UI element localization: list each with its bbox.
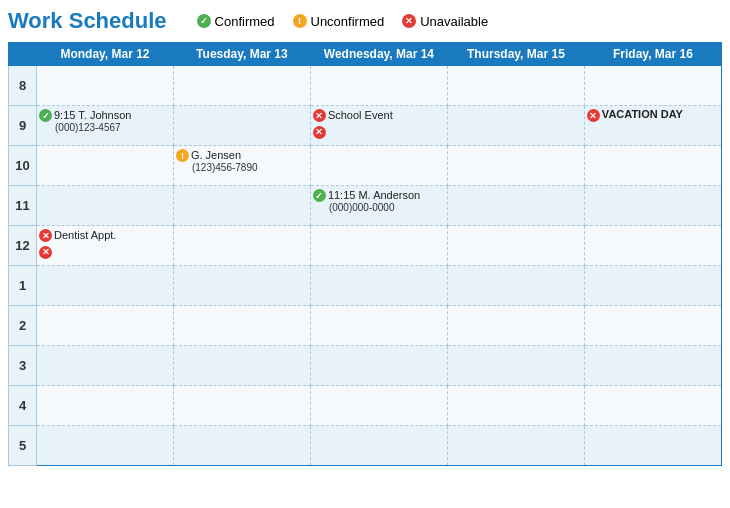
time-cell-12: 12 — [9, 226, 37, 266]
unconfirmed-icon-small: ! — [176, 149, 189, 162]
cell-5-thu[interactable] — [447, 426, 584, 466]
cell-10-wed[interactable] — [310, 146, 447, 186]
table-row: 10 ! G. Jensen (123)456-7890 — [9, 146, 722, 186]
event-11-wed-phone: (000)000-0000 — [313, 202, 445, 213]
event-10-tue-text: G. Jensen — [191, 148, 241, 162]
cell-1-mon[interactable] — [37, 266, 174, 306]
event-9-mon[interactable]: ✓ 9:15 T. Johnson — [39, 108, 171, 122]
cell-8-fri[interactable] — [584, 66, 721, 106]
col-header-wed: Wednesday, Mar 14 — [310, 43, 447, 66]
legend-confirmed-label: Confirmed — [215, 14, 275, 29]
time-cell-9: 9 — [9, 106, 37, 146]
cell-3-thu[interactable] — [447, 346, 584, 386]
cell-1-wed[interactable] — [310, 266, 447, 306]
cell-3-mon[interactable] — [37, 346, 174, 386]
schedule-table: Monday, Mar 12 Tuesday, Mar 13 Wednesday… — [8, 42, 722, 466]
cell-4-wed[interactable] — [310, 386, 447, 426]
cell-5-mon[interactable] — [37, 426, 174, 466]
event-11-wed[interactable]: ✓ 11:15 M. Anderson — [313, 188, 445, 202]
legend-unavailable: ✕ Unavailable — [402, 14, 488, 29]
cell-2-fri[interactable] — [584, 306, 721, 346]
unavailable-icon-small2: ✕ — [313, 126, 326, 139]
event-9-mon-text: 9:15 T. Johnson — [54, 108, 131, 122]
col-header-fri: Friday, Mar 16 — [584, 43, 721, 66]
cell-9-fri[interactable]: ✕ VACATION DAY — [584, 106, 721, 146]
cell-11-tue[interactable] — [173, 186, 310, 226]
table-row: 2 — [9, 306, 722, 346]
cell-8-tue[interactable] — [173, 66, 310, 106]
cell-8-wed[interactable] — [310, 66, 447, 106]
cell-10-thu[interactable] — [447, 146, 584, 186]
legend: ✓ Confirmed ! Unconfirmed ✕ Unavailable — [197, 14, 489, 29]
cell-4-fri[interactable] — [584, 386, 721, 426]
cell-11-fri[interactable] — [584, 186, 721, 226]
event-11-wed-text: 11:15 M. Anderson — [328, 188, 420, 202]
cell-11-wed[interactable]: ✓ 11:15 M. Anderson (000)000-0000 — [310, 186, 447, 226]
confirmed-icon-small2: ✓ — [313, 189, 326, 202]
confirmed-icon-small: ✓ — [39, 109, 52, 122]
unavailable-icon-small: ✕ — [313, 109, 326, 122]
cell-2-thu[interactable] — [447, 306, 584, 346]
event-12-mon[interactable]: ✕ Dentist Appt. — [39, 228, 171, 242]
col-header-thu: Thursday, Mar 15 — [447, 43, 584, 66]
cell-2-tue[interactable] — [173, 306, 310, 346]
cell-4-mon[interactable] — [37, 386, 174, 426]
table-row: 5 — [9, 426, 722, 466]
cell-10-tue[interactable]: ! G. Jensen (123)456-7890 — [173, 146, 310, 186]
event-10-tue[interactable]: ! G. Jensen — [176, 148, 308, 162]
legend-unconfirmed: ! Unconfirmed — [293, 14, 385, 29]
cell-10-fri[interactable] — [584, 146, 721, 186]
time-cell-4: 4 — [9, 386, 37, 426]
cell-11-mon[interactable] — [37, 186, 174, 226]
cell-5-tue[interactable] — [173, 426, 310, 466]
cell-8-thu[interactable] — [447, 66, 584, 106]
cell-1-tue[interactable] — [173, 266, 310, 306]
cell-9-wed[interactable]: ✕ School Event ✕ — [310, 106, 447, 146]
event-12-mon-text: Dentist Appt. — [54, 228, 116, 242]
unavailable-icon: ✕ — [402, 14, 416, 28]
event-9-fri-text: VACATION DAY — [602, 108, 683, 120]
cell-10-mon[interactable] — [37, 146, 174, 186]
time-cell-5: 5 — [9, 426, 37, 466]
cell-2-mon[interactable] — [37, 306, 174, 346]
cell-11-thu[interactable] — [447, 186, 584, 226]
cell-12-wed[interactable] — [310, 226, 447, 266]
time-cell-11: 11 — [9, 186, 37, 226]
event-9-wed[interactable]: ✕ School Event — [313, 108, 445, 122]
legend-confirmed: ✓ Confirmed — [197, 14, 275, 29]
cell-4-thu[interactable] — [447, 386, 584, 426]
cell-4-tue[interactable] — [173, 386, 310, 426]
page-title: Work Schedule — [8, 8, 167, 34]
cell-1-thu[interactable] — [447, 266, 584, 306]
cell-8-mon[interactable] — [37, 66, 174, 106]
cell-9-mon[interactable]: ✓ 9:15 T. Johnson (000)123-4567 — [37, 106, 174, 146]
time-cell-3: 3 — [9, 346, 37, 386]
time-header — [9, 43, 37, 66]
cell-3-wed[interactable] — [310, 346, 447, 386]
cell-9-tue[interactable] — [173, 106, 310, 146]
time-cell-10: 10 — [9, 146, 37, 186]
unavailable-icon-small4: ✕ — [39, 229, 52, 242]
cell-9-thu[interactable] — [447, 106, 584, 146]
cell-5-fri[interactable] — [584, 426, 721, 466]
legend-unconfirmed-label: Unconfirmed — [311, 14, 385, 29]
table-row: 4 — [9, 386, 722, 426]
event-9-mon-phone: (000)123-4567 — [39, 122, 171, 133]
unavailable-icon-small3: ✕ — [587, 109, 600, 122]
time-cell-8: 8 — [9, 66, 37, 106]
cell-3-tue[interactable] — [173, 346, 310, 386]
cell-2-wed[interactable] — [310, 306, 447, 346]
event-9-fri[interactable]: ✕ VACATION DAY — [587, 108, 719, 122]
table-row: 11 ✓ 11:15 M. Anderson (000)000-0000 — [9, 186, 722, 226]
cell-12-mon[interactable]: ✕ Dentist Appt. ✕ — [37, 226, 174, 266]
unconfirmed-icon: ! — [293, 14, 307, 28]
cell-1-fri[interactable] — [584, 266, 721, 306]
cell-12-thu[interactable] — [447, 226, 584, 266]
table-row: 1 — [9, 266, 722, 306]
cell-12-tue[interactable] — [173, 226, 310, 266]
cell-5-wed[interactable] — [310, 426, 447, 466]
col-header-tue: Tuesday, Mar 13 — [173, 43, 310, 66]
cell-12-fri[interactable] — [584, 226, 721, 266]
cell-3-fri[interactable] — [584, 346, 721, 386]
time-cell-1: 1 — [9, 266, 37, 306]
